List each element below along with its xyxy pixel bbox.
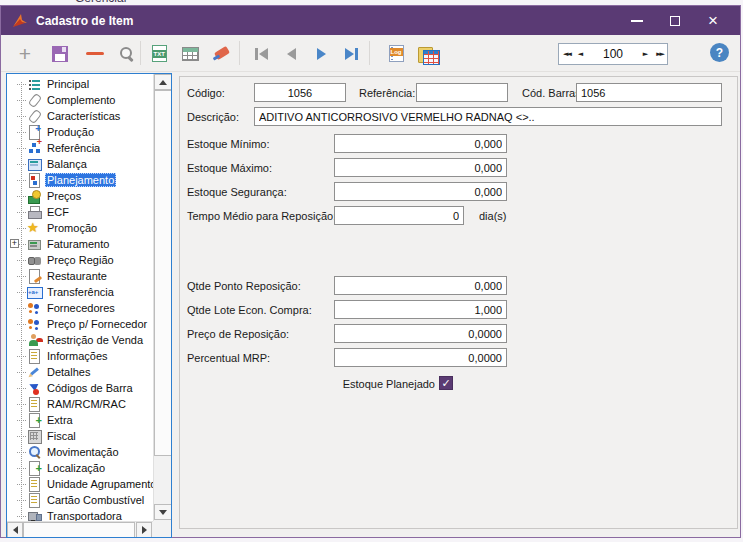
sidebar-item-referencia[interactable]: Referência [7,140,153,156]
magnifier-icon [118,46,134,62]
codigo-label: Código: [187,87,225,99]
transfer-icon [27,285,41,299]
sidebar-item-cartao-combustivel[interactable]: Cartão Combustível [7,492,153,508]
binoculars-icon [27,253,41,267]
scale-display-icon [27,157,41,171]
sidebar-item-unidade-agrupamento[interactable]: Unidade Agrupamento [7,476,153,492]
log-button[interactable] [382,40,410,67]
help-button[interactable]: ? [710,43,729,62]
cod-barras-label: Cód. Barras: [522,87,584,99]
sidebar-item-balanca[interactable]: Balança [7,156,153,172]
qtde-lote-label: Qtde Lote Econ. Compra: [187,304,312,316]
preco-reposicao-field[interactable] [334,324,507,343]
sidebar-item-planejamento[interactable]: Planejamento [7,172,153,188]
sidebar-item-caracteristicas[interactable]: Características [7,108,153,124]
spinner-first-icon[interactable]: ◄◄ [559,50,574,58]
previous-record-button[interactable] [277,40,305,67]
estoque-seguranca-label: Estoque Segurança: [187,186,287,198]
arrow-down-icon [159,510,167,515]
sidebar-item-ecf[interactable]: ECF [7,204,153,220]
barcode-arrow-icon [27,381,41,395]
cod-barras-field[interactable] [576,83,722,102]
descricao-field[interactable] [254,107,722,126]
sidebar-item-restaurante[interactable]: Restaurante [7,268,153,284]
sidebar-item-principal[interactable]: Principal [7,76,153,92]
scroll-left-button[interactable] [7,522,23,538]
search-button[interactable] [112,40,140,67]
add-button[interactable]: + [11,40,39,67]
qtde-ponto-field[interactable] [334,276,507,295]
sidebar-item-fornecedores[interactable]: Fornecedores [7,300,153,316]
last-record-icon [345,48,354,60]
estoque-seguranca-field[interactable] [334,182,507,201]
spinner-last-icon[interactable]: ►► [652,50,667,58]
sidebar-item-transferencia[interactable]: Transferência [7,284,153,300]
question-mark-icon: ? [716,46,723,60]
grid-view-button[interactable] [176,40,204,67]
sidebar-item-movimentacao[interactable]: Movimentação [7,444,153,460]
save-button[interactable] [46,40,74,67]
sidebar-item-complemento[interactable]: Complemento [7,92,153,108]
arrow-right-icon [142,526,147,534]
next-record-button[interactable] [307,40,335,67]
export-txt-button[interactable] [145,40,173,67]
cadastro-de-item-window: Cadastro de Item × + ◄ [0,5,741,538]
referencia-field[interactable] [416,83,508,102]
sidebar-item-restricao-de-venda[interactable]: Restrição de Venda [7,332,153,348]
minimize-button[interactable] [618,6,656,35]
list-detail-icon [27,77,41,91]
tempo-medio-field[interactable] [334,206,464,225]
horizontal-scroll-thumb[interactable] [23,522,135,538]
first-record-button[interactable] [247,40,275,67]
scroll-up-button[interactable] [154,74,172,90]
log-notebook-icon [389,45,404,62]
spinner-prev-icon[interactable]: ◄ [574,50,587,58]
sidebar-item-promocao[interactable]: Promoção [7,220,153,236]
hierarchy-icon [27,141,41,155]
percentual-mrp-field[interactable] [334,348,507,367]
next-record-icon [317,48,326,60]
delete-button[interactable] [81,40,109,67]
record-spinner[interactable]: ◄◄ ◄ 100 ► ►► [558,43,668,65]
people-icon [27,317,41,331]
vertical-scroll-thumb[interactable] [154,90,172,456]
tree-horizontal-scrollbar[interactable] [7,521,153,537]
star-icon [27,221,41,235]
toolbar-separator [369,41,370,65]
expand-plus-icon[interactable] [10,239,19,248]
tempo-medio-label: Tempo Médio para Reposição: [187,210,336,222]
maximize-button[interactable] [656,6,694,35]
sidebar-item-extra[interactable]: Extra [7,412,153,428]
qtde-lote-field[interactable] [334,300,507,319]
sidebar-item-faturamento[interactable]: Faturamento [7,236,153,252]
estoque-maximo-field[interactable] [334,158,507,177]
scroll-down-button[interactable] [154,504,172,520]
estoque-planejado-checkbox[interactable] [439,376,453,390]
last-record-button[interactable] [337,40,365,67]
sidebar-item-localizacao[interactable]: Localização [7,460,153,476]
info-list-icon [27,349,41,363]
export-spreadsheet-button[interactable] [414,40,442,67]
estoque-minimo-label: Estoque Mínimo: [187,138,270,150]
first-record-icon [255,48,258,60]
sidebar-item-informacoes[interactable]: Informações [7,348,153,364]
tree-vertical-scrollbar[interactable] [153,74,171,537]
planejamento-form-panel: Código: Referência: Cód. Barras: Descriç… [179,76,738,529]
sidebar-item-ram-rcm-rac[interactable]: RAM/RCM/RAC [7,396,153,412]
clear-button[interactable] [207,40,235,67]
sidebar-item-fiscal[interactable]: Fiscal [7,428,153,444]
sidebar-item-preco-p-fornecedor[interactable]: Preço p/ Fornecedor [7,316,153,332]
sidebar-item-codigos-de-barra[interactable]: Códigos de Barra [7,380,153,396]
sidebar-item-precos[interactable]: Preços [7,188,153,204]
money-coins-icon [27,189,41,203]
sidebar-item-preco-regiao[interactable]: Preço Região [7,252,153,268]
estoque-minimo-field[interactable] [334,134,507,153]
scroll-right-button[interactable] [136,522,152,538]
info-list-icon [27,397,41,411]
codigo-field[interactable] [254,83,346,102]
spinner-next-icon[interactable]: ► [639,50,652,58]
close-button[interactable]: × [694,6,732,35]
paperclip-icon [27,109,41,123]
sidebar-item-producao[interactable]: Produção [7,124,153,140]
sidebar-item-detalhes[interactable]: Detalhes [7,364,153,380]
